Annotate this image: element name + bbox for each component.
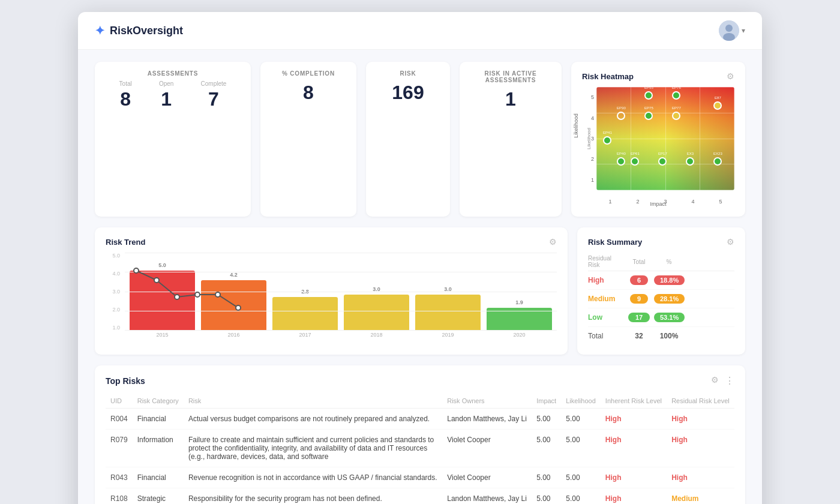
table-row: R108 Strategic Responsibility for the se… — [106, 488, 734, 505]
completion-title: % COMPLETION — [271, 70, 346, 77]
bar-fill-2016 — [201, 280, 266, 331]
risk-card: RISK 169 — [366, 62, 450, 217]
summary-row-low: Low 17 53.1% — [588, 308, 734, 327]
summary-row-medium: Medium 9 28.1% — [588, 290, 734, 308]
heatmap-hgrid — [596, 87, 734, 190]
table-row: R043 Financial Revenue recognition is no… — [106, 467, 734, 488]
risk-summary-gear-icon[interactable]: ⚙ — [727, 237, 734, 247]
row1-risk: Actual versus budget comparisons are not… — [184, 409, 442, 430]
low-pct-badge: 53.1% — [654, 313, 685, 322]
dot-ep30: EP30 — [617, 112, 625, 120]
row1-uid: R004 — [106, 409, 133, 430]
row4-risk: Responsibility for the security program … — [184, 488, 442, 505]
risk-title: RISK — [377, 70, 439, 77]
row3-residual: High — [667, 467, 734, 488]
top-risks-header: Top Risks ⚙ ⋮ — [106, 375, 734, 386]
dot-ex23: EX23 — [713, 157, 722, 166]
row2-impact: 5.00 — [532, 430, 561, 467]
high-pct-badge: 18.8% — [654, 275, 685, 285]
dot-ep55: EP55 — [644, 91, 653, 100]
col-owners: Risk Owners — [442, 394, 532, 409]
dot-ep61: EP61 — [631, 157, 639, 166]
summary-row-high: High 6 18.8% — [588, 271, 734, 290]
y-axis-label-text: Likelihood — [573, 113, 579, 138]
risk-summary-header: Risk Summary ⚙ — [588, 237, 734, 247]
row2-owners: Violet Cooper — [442, 430, 532, 467]
row4-likelihood: 5.00 — [561, 488, 601, 505]
dot-e87: E87 — [713, 101, 722, 110]
bar-fill-2015 — [130, 271, 195, 331]
heatmap-gradient: EP55 EP76 EP30 EP75 — [596, 87, 734, 190]
open-label: Open — [159, 80, 173, 87]
bar-fill-2020 — [487, 308, 552, 331]
col-inherent: Inherent Risk Level — [601, 394, 667, 409]
assessments-title: ASSESSMENTS — [106, 70, 240, 77]
col-uid: UID — [106, 394, 133, 409]
row3-risk: Revenue recognition is not in accordance… — [184, 467, 442, 488]
row4-category: Strategic — [133, 488, 184, 505]
completion-value: 8 — [271, 83, 346, 102]
row4-impact: 5.00 — [532, 488, 561, 505]
top-risks-title: Top Risks — [106, 376, 145, 386]
complete-value: 7 — [201, 89, 227, 109]
total-label: Total — [119, 80, 132, 87]
logo: ✦ RiskOversight — [95, 23, 183, 38]
col-impact: Impact — [532, 394, 561, 409]
x-axis-label: Impact — [650, 201, 666, 207]
table-actions: ⚙ ⋮ — [711, 375, 734, 386]
more-options-icon[interactable]: ⋮ — [725, 375, 734, 386]
complete-label: Complete — [201, 80, 227, 87]
heatmap-container: Likelihood — [582, 87, 734, 207]
dot-ep77: EP77 — [672, 112, 680, 120]
table-row: R079 Information Failure to create and m… — [106, 430, 734, 467]
row2-uid: R079 — [106, 430, 133, 467]
risk-trend-gear-icon[interactable]: ⚙ — [549, 237, 557, 247]
app-name: RiskOversight — [110, 25, 183, 37]
heatmap-y-labels: 5 4 3 2 1 — [591, 87, 594, 190]
dot-ep76: EP76 — [672, 91, 680, 100]
risk-trend-chart-wrap: 5.0 4.0 3.0 2.0 1.0 — [106, 253, 557, 343]
row1-category: Financial — [133, 409, 184, 430]
heatmap-title: Risk Heatmap — [582, 72, 634, 81]
low-total-badge: 17 — [628, 313, 650, 322]
bar-fill-2019 — [415, 295, 481, 331]
bar-fill-2018 — [344, 295, 409, 331]
risk-trend-header: Risk Trend ⚙ — [106, 237, 557, 247]
risk-summary-title: Risk Summary — [588, 238, 642, 247]
main-content: ASSESSMENTS Total 8 Open 1 Complete 7 — [78, 50, 762, 504]
assessments-card: ASSESSMENTS Total 8 Open 1 Complete 7 — [95, 62, 251, 217]
user-avatar-button[interactable]: ▾ — [719, 20, 745, 41]
bar-2016: 4.2 — [201, 272, 266, 331]
risk-summary-table: Residual Risk Total % High 6 18.8% — [588, 253, 734, 345]
row1-impact: 5.00 — [532, 409, 561, 430]
col-category: Risk Category — [133, 394, 184, 409]
row4-residual: Medium — [667, 488, 734, 505]
dot-ep75: EP75 — [644, 112, 653, 120]
risk-summary-card: Risk Summary ⚙ Residual Risk Total % Hig… — [577, 227, 745, 355]
heatmap-gear-icon[interactable]: ⚙ — [727, 71, 734, 81]
risk-value: 169 — [377, 83, 439, 102]
row3-uid: R043 — [106, 467, 133, 488]
high-total-badge: 6 — [630, 275, 648, 285]
dot-ep41: EP41 — [603, 136, 611, 145]
medium-pct-badge: 28.1% — [654, 294, 685, 304]
row3-likelihood: 5.00 — [561, 467, 601, 488]
row4-uid: R108 — [106, 488, 133, 505]
x-labels-bar: 2015 2016 2017 2018 2019 2020 — [125, 332, 557, 338]
bar-2017: 2.8 — [272, 289, 338, 331]
avatar — [719, 20, 739, 41]
bar-fill-2017 — [272, 297, 338, 331]
top-risks-gear-icon[interactable]: ⚙ — [711, 375, 719, 386]
row4-owners: Landon Matthews, Jay Li — [442, 488, 532, 505]
total-value: 8 — [119, 89, 132, 109]
completion-card: % COMPLETION 8 — [260, 62, 356, 217]
row1-owners: Landon Matthews, Jay Li — [442, 409, 532, 430]
table-body: R004 Financial Actual versus budget comp… — [106, 409, 734, 505]
heatmap-grid-wrap: EP55 EP76 EP30 EP75 — [596, 87, 734, 190]
open-col: Open 1 — [159, 80, 173, 109]
total-value-summary: 32 — [624, 332, 654, 340]
risk-active-card: RISK IN ACTIVE ASSESSMENTS 1 — [460, 62, 562, 217]
bars-container: 5.0 4.2 2.8 — [125, 253, 557, 331]
top-risks-card: Top Risks ⚙ ⋮ UID Risk Category Risk Ris… — [95, 365, 745, 504]
row2-residual: High — [667, 430, 734, 467]
